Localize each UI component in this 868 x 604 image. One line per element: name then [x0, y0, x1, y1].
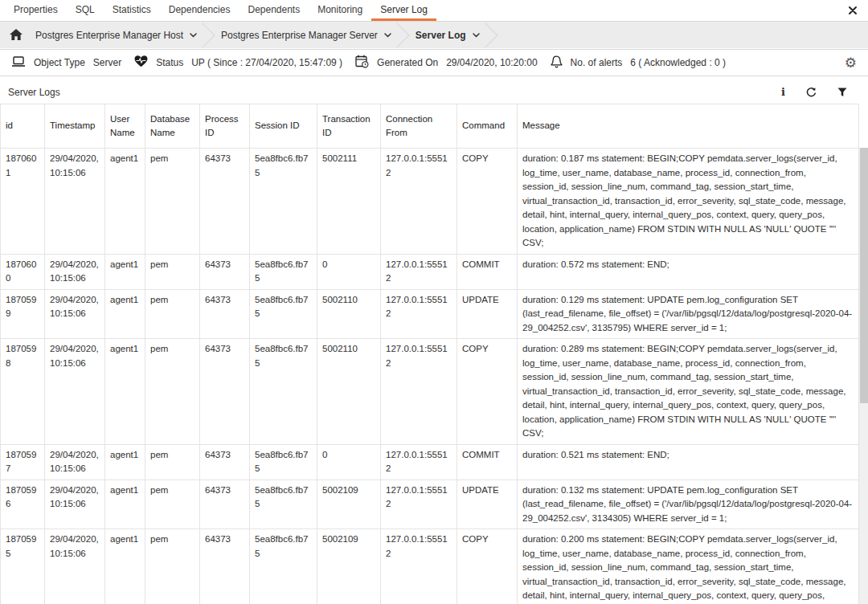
- cell-command: COPY: [457, 529, 518, 604]
- column-header-connection-from[interactable]: Connection From: [381, 104, 457, 149]
- cell-connection-from: 127.0.0.1:55512: [381, 149, 457, 255]
- cell-command: UPDATE: [457, 480, 518, 529]
- cell-database-name: pem: [145, 289, 200, 339]
- cell-user-name: agent1: [105, 444, 145, 480]
- cell-session-id: 5ea8fbc6.fb75: [250, 339, 317, 445]
- close-icon[interactable]: [845, 3, 860, 18]
- filter-icon[interactable]: [837, 88, 847, 97]
- status-label: Status: [156, 57, 183, 68]
- breadcrumb-separator: [384, 22, 409, 47]
- cell-database-name: pem: [145, 149, 200, 255]
- scrollbar-thumb[interactable]: [860, 148, 868, 403]
- cell-user-name: agent1: [105, 480, 145, 529]
- tab-dependents[interactable]: Dependents: [239, 0, 309, 21]
- cell-session-id: 5ea8fbc6.fb75: [250, 149, 317, 255]
- breadcrumb-separator: [190, 22, 215, 47]
- tab-server-log[interactable]: Server Log: [371, 0, 436, 21]
- tab-properties[interactable]: Properties: [5, 0, 67, 21]
- table-row[interactable]: 187059729/04/2020, 10:15:06agent1pem6437…: [1, 444, 859, 480]
- cell-process-id: 64373: [200, 289, 250, 339]
- column-header-session-id[interactable]: Session ID: [250, 104, 317, 149]
- cell-connection-from: 127.0.0.1:55512: [381, 339, 457, 445]
- table-row[interactable]: 187060129/04/2020, 10:15:06agent1pem6437…: [1, 149, 859, 255]
- column-header-user-name[interactable]: User Name: [105, 104, 145, 149]
- column-header-process-id[interactable]: Process ID: [200, 104, 250, 149]
- column-header-command[interactable]: Command: [457, 104, 518, 149]
- cell-transaction-id: 0: [317, 254, 381, 289]
- column-header-message[interactable]: Message: [518, 104, 859, 149]
- cell-session-id: 5ea8fbc6.fb75: [250, 480, 317, 529]
- cell-process-id: 64373: [200, 339, 250, 445]
- cell-id: 1870599: [1, 289, 45, 339]
- breadcrumb-item[interactable]: Postgres Enterprise Manager Server: [216, 30, 396, 41]
- info-bar: Object Type Server Status UP ( Since : 2…: [0, 49, 868, 76]
- cell-command: COMMIT: [457, 444, 518, 480]
- cell-message: duration: 0.572 ms statement: END;: [518, 254, 859, 289]
- cell-connection-from: 127.0.0.1:55512: [381, 444, 457, 480]
- column-header-timestamp[interactable]: Timestamp: [45, 104, 105, 149]
- panel-title: Server Logs: [8, 87, 60, 98]
- alerts-label: No. of alerts: [571, 57, 623, 68]
- cell-timestamp: 29/04/2020, 10:15:06: [45, 289, 105, 339]
- cell-command: COPY: [457, 149, 518, 255]
- cell-message: duration: 0.187 ms statement: BEGIN;COPY…: [518, 149, 859, 255]
- cell-process-id: 64373: [200, 149, 250, 255]
- alerts-value: 6 ( Acknowledged : 0 ): [630, 57, 726, 68]
- tab-sql[interactable]: SQL: [67, 0, 104, 21]
- table-row[interactable]: 187059629/04/2020, 10:15:06agent1pem6437…: [1, 480, 859, 529]
- table-row[interactable]: 187060029/04/2020, 10:15:06agent1pem6437…: [1, 254, 859, 289]
- cell-message: duration: 0.129 ms statement: UPDATE pem…: [518, 289, 859, 339]
- cell-command: COPY: [457, 339, 518, 445]
- server-log-page: PropertiesSQLStatisticsDependenciesDepen…: [0, 0, 868, 604]
- table-row[interactable]: 187059529/04/2020, 10:15:06agent1pem6437…: [1, 529, 859, 604]
- cell-user-name: agent1: [105, 149, 145, 255]
- cell-message: duration: 0.289 ms statement: BEGIN;COPY…: [518, 339, 859, 445]
- breadcrumb-item[interactable]: Postgres Enterprise Manager Host: [31, 30, 202, 41]
- alerts-group: No. of alerts 6 ( Acknowledged : 0 ): [551, 55, 726, 71]
- cell-connection-from: 127.0.0.1:55512: [381, 480, 457, 529]
- info-icon[interactable]: i: [781, 86, 785, 98]
- breadcrumb-list: Postgres Enterprise Manager HostPostgres…: [31, 22, 499, 48]
- cell-timestamp: 29/04/2020, 10:15:06: [45, 529, 105, 604]
- table-row[interactable]: 187059829/04/2020, 10:15:06agent1pem6437…: [1, 339, 859, 445]
- cell-user-name: agent1: [105, 529, 145, 604]
- cell-database-name: pem: [145, 529, 200, 604]
- gear-icon[interactable]: ⚙: [845, 56, 857, 70]
- cell-id: 1870601: [1, 149, 45, 255]
- cell-message: duration: 0.200 ms statement: BEGIN;COPY…: [518, 529, 859, 604]
- cell-transaction-id: 5002109: [317, 480, 381, 529]
- cell-timestamp: 29/04/2020, 10:15:06: [45, 339, 105, 445]
- tab-statistics[interactable]: Statistics: [104, 0, 160, 21]
- cell-id: 1870600: [1, 254, 45, 289]
- cell-timestamp: 29/04/2020, 10:15:06: [45, 444, 105, 480]
- cell-command: UPDATE: [457, 289, 518, 339]
- home-icon[interactable]: [10, 29, 23, 41]
- cell-connection-from: 127.0.0.1:55512: [381, 529, 457, 604]
- server-logs-table: idTimestampUser NameDatabase NameProcess…: [0, 104, 859, 604]
- cell-session-id: 5ea8fbc6.fb75: [250, 529, 317, 604]
- cell-session-id: 5ea8fbc6.fb75: [250, 254, 317, 289]
- refresh-icon[interactable]: [806, 87, 817, 97]
- cell-id: 1870596: [1, 480, 45, 529]
- tab-dependencies[interactable]: Dependencies: [160, 0, 240, 21]
- column-header-id[interactable]: id: [1, 104, 45, 149]
- table-row[interactable]: 187059929/04/2020, 10:15:06agent1pem6437…: [1, 289, 859, 339]
- calendar-clock-icon: [355, 55, 369, 71]
- cell-timestamp: 29/04/2020, 10:15:06: [45, 149, 105, 255]
- cell-id: 1870595: [1, 529, 45, 604]
- table-header: idTimestampUser NameDatabase NameProcess…: [1, 104, 859, 149]
- object-type-label: Object Type: [34, 57, 85, 68]
- cell-connection-from: 127.0.0.1:55512: [381, 254, 457, 289]
- cell-process-id: 64373: [200, 444, 250, 480]
- cell-command: COMMIT: [457, 254, 518, 289]
- cell-timestamp: 29/04/2020, 10:15:06: [45, 480, 105, 529]
- cell-database-name: pem: [145, 480, 200, 529]
- tab-monitoring[interactable]: Monitoring: [309, 0, 371, 21]
- generated-on-value: 29/04/2020, 10:20:00: [446, 57, 537, 68]
- vertical-scrollbar[interactable]: [858, 148, 868, 604]
- bell-icon: [551, 55, 563, 71]
- column-header-database-name[interactable]: Database Name: [145, 104, 200, 149]
- column-header-transaction-id[interactable]: Transaction ID: [317, 104, 381, 149]
- cell-database-name: pem: [145, 444, 200, 480]
- cell-transaction-id: 5002110: [317, 289, 381, 339]
